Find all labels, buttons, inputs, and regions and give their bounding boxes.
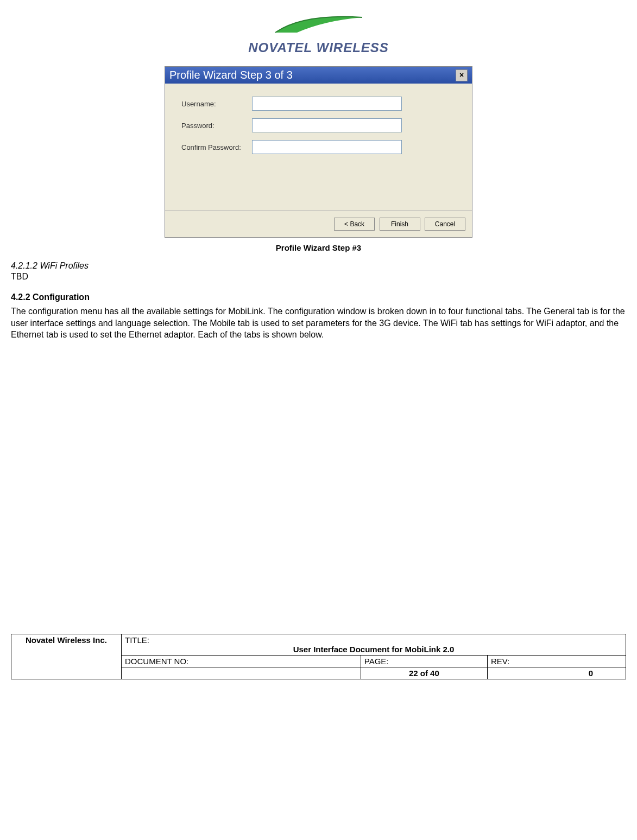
footer-title-cell: TITLE: User Interface Document for MobiL… bbox=[122, 634, 626, 655]
footer-company: Novatel Wireless Inc. bbox=[11, 634, 122, 679]
dialog-title: Profile Wizard Step 3 of 3 bbox=[169, 69, 293, 81]
footer-title-label: TITLE: bbox=[125, 635, 149, 645]
logo-swoosh-icon bbox=[270, 11, 368, 38]
confirm-password-input[interactable] bbox=[252, 140, 402, 154]
section-config-body: The configuration menu has all the avail… bbox=[11, 306, 626, 341]
footer-docno-value bbox=[122, 667, 361, 679]
close-icon[interactable]: × bbox=[456, 69, 468, 81]
footer-table: Novatel Wireless Inc. TITLE: User Interf… bbox=[11, 634, 626, 679]
dialog-body: Username: Password: Confirm Password: bbox=[165, 84, 472, 211]
footer-rev-value: 0 bbox=[487, 667, 626, 679]
footer-page-label: PAGE: bbox=[361, 655, 487, 667]
dialog-footer: < Back Finish Cancel bbox=[165, 211, 472, 237]
footer-docno-label: DOCUMENT NO: bbox=[122, 655, 361, 667]
section-wifi-heading: 4.2.1.2 WiFi Profiles bbox=[11, 261, 626, 271]
figure-caption: Profile Wizard Step #3 bbox=[11, 243, 626, 252]
back-button[interactable]: < Back bbox=[334, 218, 375, 231]
confirm-password-row: Confirm Password: bbox=[181, 140, 456, 154]
confirm-password-label: Confirm Password: bbox=[181, 143, 252, 151]
logo-area: NOVATEL WIRELESS bbox=[11, 11, 626, 55]
cancel-button[interactable]: Cancel bbox=[425, 218, 465, 231]
password-label: Password: bbox=[181, 122, 252, 130]
finish-button[interactable]: Finish bbox=[380, 218, 420, 231]
footer-page-value: 22 of 40 bbox=[361, 667, 487, 679]
username-input[interactable] bbox=[252, 97, 402, 111]
section-config-heading: 4.2.2 Configuration bbox=[11, 292, 626, 302]
dialog-titlebar: Profile Wizard Step 3 of 3 × bbox=[165, 67, 472, 84]
username-row: Username: bbox=[181, 97, 456, 111]
logo-brand-text: NOVATEL WIRELESS bbox=[11, 40, 626, 55]
password-input[interactable] bbox=[252, 118, 402, 132]
section-wifi-body: TBD bbox=[11, 272, 626, 282]
password-row: Password: bbox=[181, 118, 456, 132]
username-label: Username: bbox=[181, 100, 252, 108]
profile-wizard-dialog: Profile Wizard Step 3 of 3 × Username: P… bbox=[165, 66, 472, 238]
footer-title-value: User Interface Document for MobiLink 2.0 bbox=[125, 645, 622, 654]
footer-rev-label: REV: bbox=[487, 655, 626, 667]
